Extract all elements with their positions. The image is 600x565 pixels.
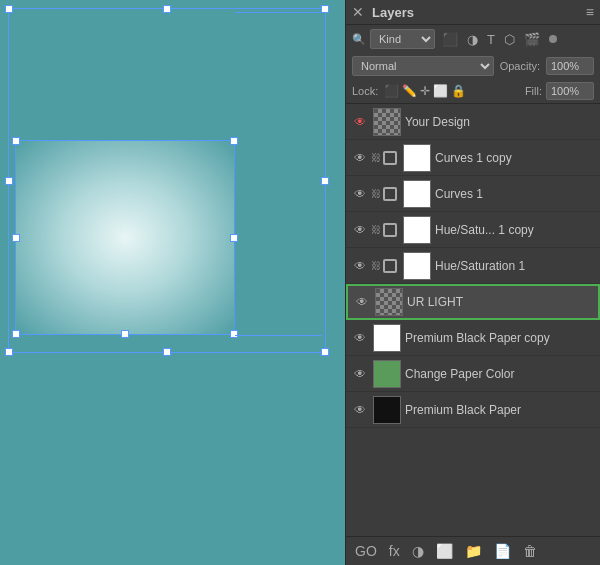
visibility-icon-curves-1-copy[interactable]: 👁 (351, 149, 369, 167)
layer-item-ur-light[interactable]: 👁 UR LIGHT (346, 284, 600, 320)
layer-thumb-ur-light (375, 288, 403, 316)
filter-active-indicator (549, 35, 557, 43)
panel-bottombar: GO fx ◑ ⬜ 📁 📄 🗑 (346, 536, 600, 565)
panel-menu-icon[interactable]: ≡ (586, 4, 594, 20)
layer-name-your-design: Your Design (405, 115, 595, 129)
layer-thumb-your-design (373, 108, 401, 136)
layer-thumb-change-paper-color (373, 360, 401, 388)
delete-layer-button[interactable]: 🗑 (520, 541, 540, 561)
lock-label: Lock: (352, 85, 378, 97)
layer-thumb-premium-black-paper-copy (373, 324, 401, 352)
filter-icons: ⬛ ◑ T ⬡ 🎬 (439, 31, 543, 48)
adj-icon-curves-1-copy (383, 151, 397, 165)
lock-icons: ⬛ ✏️ ✛ ⬜ 🔒 (384, 84, 521, 98)
visibility-icon-hue-sat-1[interactable]: 👁 (351, 257, 369, 275)
layer-thumb-hue-sat-1 (403, 252, 431, 280)
layer-item-change-paper-color[interactable]: 👁 Change Paper Color (346, 356, 600, 392)
canvas-layer-preview (15, 140, 235, 335)
layer-item-hue-sat-1[interactable]: 👁 ⛓ Hue/Saturation 1 (346, 248, 600, 284)
layer-thumb-curves-1-copy (403, 144, 431, 172)
lock-move-icon[interactable]: ✛ (420, 84, 430, 98)
fill-label: Fill: (525, 85, 542, 97)
adjust-filter-icon[interactable]: ◑ (464, 31, 481, 48)
blend-mode-select[interactable]: Normal (352, 56, 494, 76)
filter-icon: 🔍 (352, 33, 366, 46)
panel-title: Layers (372, 5, 586, 20)
panel-close-button[interactable]: ✕ (352, 4, 364, 20)
layer-name-change-paper-color: Change Paper Color (405, 367, 595, 381)
visibility-icon-your-design[interactable]: 👁 (351, 113, 369, 131)
visibility-icon-curves-1[interactable]: 👁 (351, 185, 369, 203)
layer-name-premium-black-paper: Premium Black Paper (405, 403, 595, 417)
panel-topbar: ✕ Layers ≡ (346, 0, 600, 25)
selection-line-bottom (235, 335, 322, 336)
layer-name-ur-light: UR LIGHT (407, 295, 593, 309)
new-layer-button[interactable]: 📄 (491, 541, 514, 561)
chain-icon-curves-1-copy: ⛓ (369, 152, 383, 163)
lock-pixels-icon[interactable]: ⬛ (384, 84, 399, 98)
smart-filter-icon[interactable]: 🎬 (521, 31, 543, 48)
layer-thumb-premium-black-paper (373, 396, 401, 424)
filter-row: 🔍 Kind ⬛ ◑ T ⬡ 🎬 (346, 25, 600, 53)
layer-thumb-curves-1 (403, 180, 431, 208)
layer-name-hue-sat-1: Hue/Saturation 1 (435, 259, 595, 273)
adj-icon-hue-sat-1-copy (383, 223, 397, 237)
kind-select[interactable]: Kind (370, 29, 435, 49)
chain-icon-curves-1: ⛓ (369, 188, 383, 199)
layer-name-curves-1-copy: Curves 1 copy (435, 151, 595, 165)
layers-list: 👁 Your Design 👁 ⛓ Curves 1 copy 👁 ⛓ Curv… (346, 104, 600, 536)
lock-paint-icon[interactable]: ✏️ (402, 84, 417, 98)
selection-line-top (235, 12, 322, 13)
visibility-icon-change-paper-color[interactable]: 👁 (351, 365, 369, 383)
layer-thumb-hue-sat-1-copy (403, 216, 431, 244)
layer-item-premium-black-paper[interactable]: 👁 Premium Black Paper (346, 392, 600, 428)
visibility-icon-hue-sat-1-copy[interactable]: 👁 (351, 221, 369, 239)
fill-input[interactable] (546, 82, 594, 100)
lock-all-icon[interactable]: 🔒 (451, 84, 466, 98)
layer-item-your-design[interactable]: 👁 Your Design (346, 104, 600, 140)
canvas-area (0, 0, 345, 565)
layer-name-hue-sat-1-copy: Hue/Satu... 1 copy (435, 223, 595, 237)
new-group-button[interactable]: 📁 (462, 541, 485, 561)
mask-button[interactable]: ⬜ (433, 541, 456, 561)
layer-item-curves-1[interactable]: 👁 ⛓ Curves 1 (346, 176, 600, 212)
layer-name-premium-black-paper-copy: Premium Black Paper copy (405, 331, 595, 345)
fx-button[interactable]: fx (386, 541, 403, 561)
mode-row: Normal Opacity: (346, 53, 600, 79)
layers-panel: ✕ Layers ≡ 🔍 Kind ⬛ ◑ T ⬡ 🎬 Normal Opaci… (345, 0, 600, 565)
opacity-input[interactable] (546, 57, 594, 75)
visibility-icon-premium-black-paper-copy[interactable]: 👁 (351, 329, 369, 347)
layer-item-premium-black-paper-copy[interactable]: 👁 Premium Black Paper copy (346, 320, 600, 356)
layer-name-curves-1: Curves 1 (435, 187, 595, 201)
visibility-icon-premium-black-paper[interactable]: 👁 (351, 401, 369, 419)
pixel-filter-icon[interactable]: ⬛ (439, 31, 461, 48)
chain-icon-hue-sat-1: ⛓ (369, 260, 383, 271)
layer-item-curves-1-copy[interactable]: 👁 ⛓ Curves 1 copy (346, 140, 600, 176)
layer-item-hue-sat-1-copy[interactable]: 👁 ⛓ Hue/Satu... 1 copy (346, 212, 600, 248)
adj-icon-curves-1 (383, 187, 397, 201)
adjustment-button[interactable]: ◑ (409, 541, 427, 561)
adj-icon-hue-sat-1 (383, 259, 397, 273)
visibility-icon-ur-light[interactable]: 👁 (353, 293, 371, 311)
lock-row: Lock: ⬛ ✏️ ✛ ⬜ 🔒 Fill: (346, 79, 600, 104)
chain-icon-hue-sat-1-copy: ⛓ (369, 224, 383, 235)
opacity-label: Opacity: (500, 60, 540, 72)
lock-artboard-icon[interactable]: ⬜ (433, 84, 448, 98)
shape-filter-icon[interactable]: ⬡ (501, 31, 518, 48)
go-button[interactable]: GO (352, 541, 380, 561)
type-filter-icon[interactable]: T (484, 31, 498, 48)
